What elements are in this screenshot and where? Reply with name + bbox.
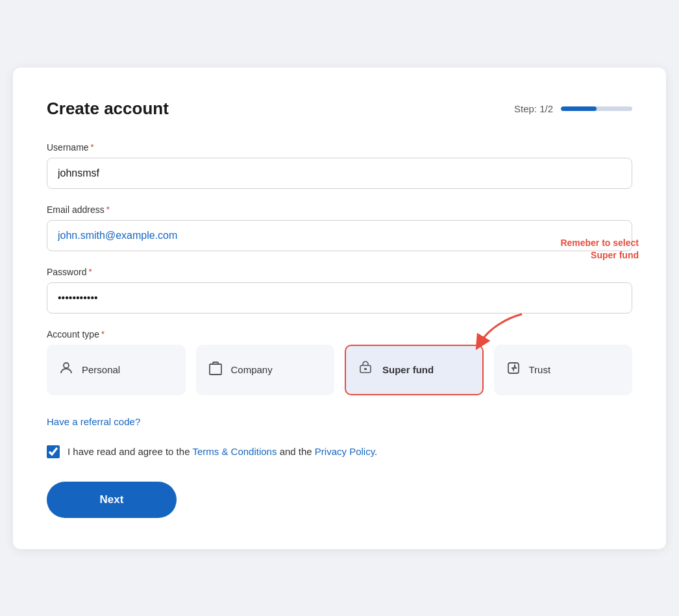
- page-title: Create account: [47, 99, 169, 119]
- account-type-trust[interactable]: Trust: [494, 345, 633, 395]
- agreement-row: I have read and agree to the Terms & Con…: [47, 445, 632, 458]
- email-field-group: Email address *: [47, 204, 632, 251]
- account-type-options: Personal Company: [47, 345, 632, 395]
- account-type-personal[interactable]: Personal: [47, 345, 186, 395]
- email-input[interactable]: [47, 220, 632, 251]
- agreement-checkbox[interactable]: [47, 445, 60, 458]
- account-type-label: Account type *: [47, 329, 632, 339]
- account-type-company[interactable]: Company: [196, 345, 335, 395]
- privacy-link[interactable]: Privacy Policy: [315, 446, 375, 457]
- email-required-star: *: [106, 204, 110, 214]
- step-indicator: Step: 1/2: [514, 103, 632, 114]
- referral-link[interactable]: Have a referral code?: [47, 416, 140, 427]
- trust-label: Trust: [529, 364, 551, 375]
- page-header: Create account Step: 1/2: [47, 99, 632, 119]
- progress-bar-fill: [561, 106, 597, 111]
- personal-label: Personal: [82, 364, 120, 375]
- username-required-star: *: [91, 142, 94, 152]
- password-label: Password *: [47, 267, 632, 277]
- svg-rect-10: [364, 368, 367, 370]
- annotation-tooltip: Remeber to select Super fund: [560, 237, 639, 262]
- password-field-group: Password * Remeber to select Super fund: [47, 267, 632, 314]
- terms-link[interactable]: Terms & Conditions: [192, 446, 277, 457]
- username-input[interactable]: [47, 158, 632, 189]
- create-account-card: Create account Step: 1/2 Username * Emai…: [13, 68, 666, 549]
- username-field-group: Username *: [47, 142, 632, 189]
- password-input[interactable]: [47, 282, 632, 314]
- next-button[interactable]: Next: [47, 482, 177, 518]
- account-type-required-star: *: [101, 329, 105, 339]
- building-icon: [208, 360, 223, 380]
- email-label: Email address *: [47, 204, 632, 215]
- step-label: Step: 1/2: [514, 103, 553, 114]
- svg-rect-1: [210, 364, 221, 375]
- trust-icon: [506, 360, 521, 380]
- company-label: Company: [231, 364, 273, 375]
- account-type-field-group: Account type * Personal: [47, 329, 632, 395]
- account-type-super-fund[interactable]: Super fund: [345, 345, 484, 395]
- svg-point-0: [64, 363, 69, 368]
- progress-bar-background: [561, 106, 632, 111]
- username-label: Username *: [47, 142, 632, 153]
- person-icon: [58, 360, 74, 380]
- super-fund-label: Super fund: [382, 364, 434, 375]
- agreement-text: I have read and agree to the Terms & Con…: [68, 446, 377, 457]
- password-required-star: *: [88, 267, 92, 277]
- super-fund-icon: [356, 359, 375, 381]
